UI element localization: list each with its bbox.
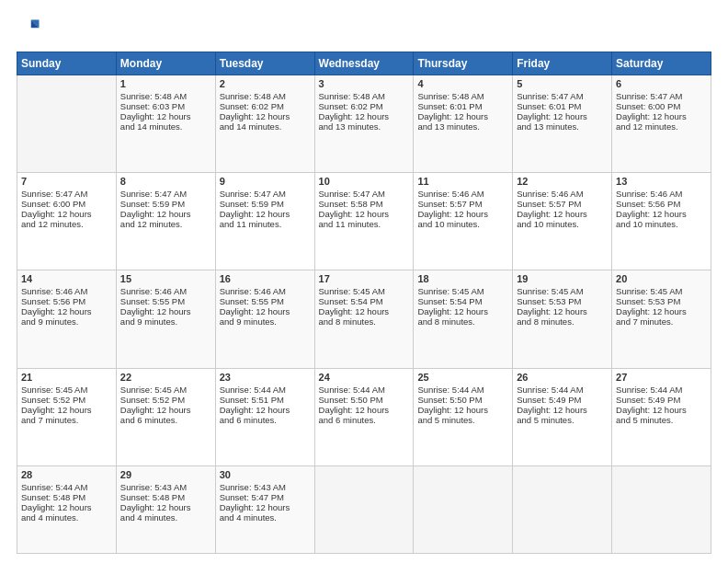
day-info-line: and 8 minutes. — [517, 316, 608, 327]
day-info-line: and 14 minutes. — [220, 121, 311, 132]
day-info-line: and 4 minutes. — [120, 512, 211, 523]
day-number: 28 — [21, 469, 112, 480]
day-info-line: and 12 minutes. — [120, 219, 211, 229]
day-info-line: Sunrise: 5:45 AM — [120, 385, 211, 395]
day-number: 13 — [616, 176, 707, 187]
calendar-cell: 19Sunrise: 5:45 AMSunset: 5:53 PMDayligh… — [513, 270, 612, 368]
day-info-line: Sunset: 5:56 PM — [21, 296, 112, 306]
day-number: 6 — [616, 78, 707, 89]
calendar-cell: 2Sunrise: 5:48 AMSunset: 6:02 PMDaylight… — [215, 75, 314, 173]
day-info-line: and 10 minutes. — [517, 219, 608, 229]
day-info-line: Daylight: 12 hours — [417, 209, 508, 219]
weekday-header-wednesday: Wednesday — [314, 52, 414, 75]
day-info-line: Daylight: 12 hours — [616, 405, 707, 415]
day-info-line: and 13 minutes. — [319, 121, 410, 132]
day-info-line: and 11 minutes. — [220, 219, 311, 229]
week-row-4: 21Sunrise: 5:45 AMSunset: 5:52 PMDayligh… — [17, 368, 711, 465]
day-info-line: Sunset: 5:48 PM — [120, 492, 211, 502]
calendar-cell: 6Sunrise: 5:47 AMSunset: 6:00 PMDaylight… — [612, 75, 711, 173]
day-info-line: Sunset: 5:54 PM — [319, 296, 410, 306]
day-info-line: Sunset: 5:49 PM — [616, 395, 707, 405]
day-info-line: Sunrise: 5:44 AM — [517, 385, 608, 395]
day-info-line: Sunrise: 5:48 AM — [220, 91, 311, 101]
day-info-line: and 5 minutes. — [517, 415, 608, 425]
calendar-cell: 20Sunrise: 5:45 AMSunset: 5:53 PMDayligh… — [612, 270, 711, 368]
calendar-cell: 15Sunrise: 5:46 AMSunset: 5:55 PMDayligh… — [116, 270, 215, 368]
day-info-line: and 14 minutes. — [120, 121, 211, 132]
day-info-line: Sunrise: 5:44 AM — [319, 385, 410, 395]
day-info-line: Daylight: 12 hours — [21, 306, 112, 316]
day-info-line: Daylight: 12 hours — [616, 111, 707, 121]
day-info-line: Daylight: 12 hours — [616, 209, 707, 219]
day-info-line: Sunset: 6:00 PM — [616, 101, 707, 111]
day-info-line: and 5 minutes. — [616, 415, 707, 425]
calendar-cell: 8Sunrise: 5:47 AMSunset: 5:59 PMDaylight… — [116, 173, 215, 270]
day-info-line: Sunset: 5:53 PM — [616, 296, 707, 306]
calendar-cell: 11Sunrise: 5:46 AMSunset: 5:57 PMDayligh… — [414, 173, 513, 270]
day-info-line: and 8 minutes. — [319, 316, 410, 327]
day-info-line: Sunrise: 5:48 AM — [120, 91, 211, 101]
day-number: 8 — [120, 176, 211, 187]
day-info-line: and 7 minutes. — [21, 415, 112, 425]
day-info-line: Sunset: 5:58 PM — [319, 199, 410, 209]
day-info-line: Daylight: 12 hours — [21, 209, 112, 219]
day-info-line: and 5 minutes. — [417, 415, 508, 425]
day-info-line: Daylight: 12 hours — [120, 306, 211, 316]
day-info-line: Sunrise: 5:47 AM — [21, 189, 112, 199]
day-info-line: Sunset: 5:59 PM — [120, 199, 211, 209]
weekday-header-row: SundayMondayTuesdayWednesdayThursdayFrid… — [17, 52, 711, 75]
day-info-line: Sunrise: 5:46 AM — [616, 189, 707, 199]
weekday-header-saturday: Saturday — [612, 52, 711, 75]
logo-icon — [17, 17, 42, 42]
day-info-line: Sunset: 5:59 PM — [220, 199, 311, 209]
day-number: 24 — [319, 372, 410, 383]
day-info-line: Sunrise: 5:46 AM — [120, 286, 211, 296]
calendar-cell: 17Sunrise: 5:45 AMSunset: 5:54 PMDayligh… — [314, 270, 414, 368]
day-info-line: Sunrise: 5:45 AM — [319, 286, 410, 296]
day-info-line: Sunrise: 5:43 AM — [120, 482, 211, 492]
calendar-cell — [612, 465, 711, 553]
day-info-line: Daylight: 12 hours — [517, 306, 608, 316]
day-number: 3 — [319, 78, 410, 89]
day-number: 5 — [517, 78, 608, 89]
day-info-line: Sunrise: 5:44 AM — [21, 482, 112, 492]
calendar-cell: 16Sunrise: 5:46 AMSunset: 5:55 PMDayligh… — [215, 270, 314, 368]
day-info-line: Sunset: 5:49 PM — [517, 395, 608, 405]
day-info-line: Daylight: 12 hours — [21, 405, 112, 415]
weekday-header-thursday: Thursday — [414, 52, 513, 75]
day-info-line: Sunrise: 5:44 AM — [616, 385, 707, 395]
calendar-cell: 3Sunrise: 5:48 AMSunset: 6:02 PMDaylight… — [314, 75, 414, 173]
day-info-line: Sunset: 6:01 PM — [417, 101, 508, 111]
day-number: 23 — [220, 372, 311, 383]
calendar-cell: 10Sunrise: 5:47 AMSunset: 5:58 PMDayligh… — [314, 173, 414, 270]
calendar-cell — [513, 465, 612, 553]
day-info-line: Daylight: 12 hours — [319, 405, 410, 415]
calendar-cell: 23Sunrise: 5:44 AMSunset: 5:51 PMDayligh… — [215, 368, 314, 465]
day-info-line: Sunset: 6:00 PM — [21, 199, 112, 209]
day-info-line: Daylight: 12 hours — [319, 306, 410, 316]
day-info-line: Sunset: 6:02 PM — [220, 101, 311, 111]
calendar-cell: 18Sunrise: 5:45 AMSunset: 5:54 PMDayligh… — [414, 270, 513, 368]
day-info-line: Sunset: 5:54 PM — [417, 296, 508, 306]
day-info-line: Sunrise: 5:45 AM — [517, 286, 608, 296]
day-number: 1 — [120, 78, 211, 89]
day-number: 11 — [417, 176, 508, 187]
day-info-line: and 9 minutes. — [220, 316, 311, 327]
day-info-line: Sunset: 5:51 PM — [220, 395, 311, 405]
week-row-5: 28Sunrise: 5:44 AMSunset: 5:48 PMDayligh… — [17, 465, 711, 553]
day-info-line: Daylight: 12 hours — [517, 209, 608, 219]
day-info-line: Sunrise: 5:47 AM — [616, 91, 707, 101]
day-info-line: Sunrise: 5:48 AM — [417, 91, 508, 101]
day-number: 4 — [417, 78, 508, 89]
day-info-line: Sunrise: 5:45 AM — [616, 286, 707, 296]
week-row-2: 7Sunrise: 5:47 AMSunset: 6:00 PMDaylight… — [17, 173, 711, 270]
calendar-cell: 1Sunrise: 5:48 AMSunset: 6:03 PMDaylight… — [116, 75, 215, 173]
day-info-line: Daylight: 12 hours — [319, 209, 410, 219]
day-number: 17 — [319, 273, 410, 284]
day-info-line: Daylight: 12 hours — [220, 405, 311, 415]
day-number: 15 — [120, 273, 211, 284]
calendar-cell: 12Sunrise: 5:46 AMSunset: 5:57 PMDayligh… — [513, 173, 612, 270]
day-info-line: Daylight: 12 hours — [616, 306, 707, 316]
day-number: 2 — [220, 78, 311, 89]
day-info-line: Sunset: 5:53 PM — [517, 296, 608, 306]
